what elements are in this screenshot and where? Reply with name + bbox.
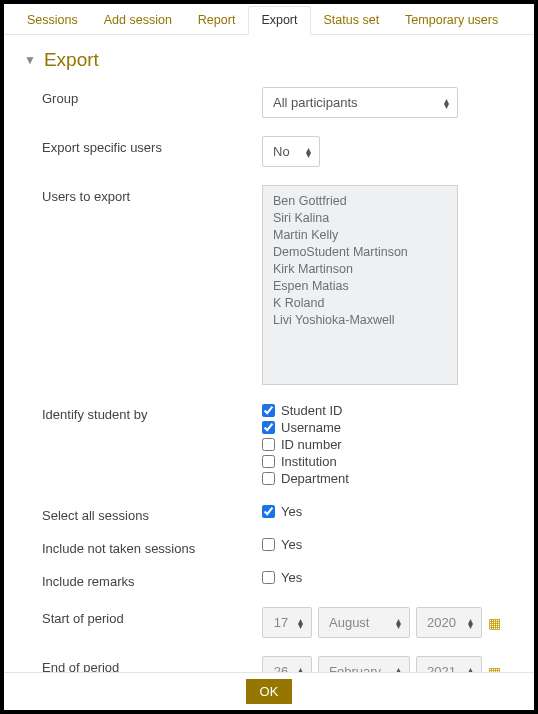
updown-icon: ▴▾ (468, 618, 473, 628)
group-select-value: All participants (273, 95, 358, 110)
ok-button[interactable]: OK (246, 679, 293, 704)
tab-add-session[interactable]: Add session (91, 6, 185, 34)
group-select[interactable]: All participants ▴▾ (262, 87, 458, 118)
start-month-select[interactable]: August▴▾ (318, 607, 410, 638)
tab-export[interactable]: Export (248, 6, 310, 35)
list-item[interactable]: DemoStudent Martinson (271, 243, 449, 260)
check-select-all[interactable]: Yes (262, 504, 302, 519)
list-item[interactable]: Kirk Martinson (271, 260, 449, 277)
tab-report[interactable]: Report (185, 6, 249, 34)
footer-bar: OK (4, 672, 534, 710)
export-specific-select[interactable]: No ▴▾ (262, 136, 320, 167)
check-remarks[interactable]: Yes (262, 570, 302, 585)
label-not-taken: Include not taken sessions (24, 537, 262, 556)
check-department[interactable]: Department (262, 471, 349, 486)
check-username[interactable]: Username (262, 420, 349, 435)
check-not-taken[interactable]: Yes (262, 537, 302, 552)
label-export-specific: Export specific users (24, 136, 262, 155)
label-start-period: Start of period (24, 607, 262, 626)
section-title: Export (44, 49, 99, 71)
label-users: Users to export (24, 185, 262, 204)
label-select-all: Select all sessions (24, 504, 262, 523)
users-listbox[interactable]: Ben Gottfried Siri Kalina Martin Kelly D… (262, 185, 458, 385)
updown-icon: ▴▾ (444, 98, 449, 108)
tab-sessions[interactable]: Sessions (14, 6, 91, 34)
chevron-down-icon: ▼ (24, 53, 36, 67)
export-specific-value: No (273, 144, 290, 159)
tab-temporary-users[interactable]: Temporary users (392, 6, 511, 34)
check-student-id[interactable]: Student ID (262, 403, 349, 418)
start-year-select[interactable]: 2020▴▾ (416, 607, 482, 638)
list-item[interactable]: Ben Gottfried (271, 192, 449, 209)
tabs-bar: Sessions Add session Report Export Statu… (4, 4, 534, 35)
list-item[interactable]: Martin Kelly (271, 226, 449, 243)
label-group: Group (24, 87, 262, 106)
updown-icon: ▴▾ (298, 618, 303, 628)
check-institution[interactable]: Institution (262, 454, 349, 469)
section-header[interactable]: ▼ Export (24, 49, 514, 71)
updown-icon: ▴▾ (306, 147, 311, 157)
label-remarks: Include remarks (24, 570, 262, 589)
check-id-number[interactable]: ID number (262, 437, 349, 452)
label-identify: Identify student by (24, 403, 262, 422)
list-item[interactable]: Espen Matias (271, 277, 449, 294)
list-item[interactable]: Livi Yoshioka-Maxwell (271, 311, 449, 328)
start-day-select[interactable]: 17▴▾ (262, 607, 312, 638)
list-item[interactable]: K Roland (271, 294, 449, 311)
list-item[interactable]: Siri Kalina (271, 209, 449, 226)
tab-status-set[interactable]: Status set (311, 6, 393, 34)
calendar-icon[interactable]: ▦ (488, 615, 501, 631)
updown-icon: ▴▾ (396, 618, 401, 628)
